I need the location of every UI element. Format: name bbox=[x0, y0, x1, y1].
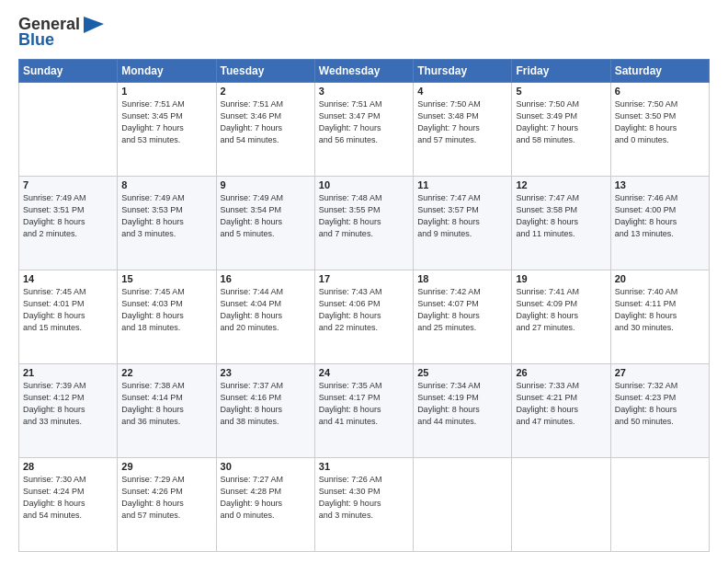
day-number: 24 bbox=[319, 367, 409, 378]
logo-blue-text: Blue bbox=[18, 30, 54, 50]
calendar-cell: 28Sunrise: 7:30 AM Sunset: 4:24 PM Dayli… bbox=[19, 458, 118, 552]
calendar-cell: 30Sunrise: 7:27 AM Sunset: 4:28 PM Dayli… bbox=[216, 458, 314, 552]
calendar-cell: 4Sunrise: 7:50 AM Sunset: 3:48 PM Daylig… bbox=[414, 83, 512, 177]
day-info: Sunrise: 7:50 AM Sunset: 3:48 PM Dayligh… bbox=[417, 98, 507, 146]
day-number: 1 bbox=[121, 86, 211, 97]
day-number: 15 bbox=[121, 273, 211, 284]
calendar-cell: 20Sunrise: 7:40 AM Sunset: 4:11 PM Dayli… bbox=[610, 270, 709, 364]
calendar-cell: 9Sunrise: 7:49 AM Sunset: 3:54 PM Daylig… bbox=[216, 177, 314, 270]
day-info: Sunrise: 7:44 AM Sunset: 4:04 PM Dayligh… bbox=[221, 286, 311, 334]
day-number: 6 bbox=[615, 86, 705, 97]
day-info: Sunrise: 7:50 AM Sunset: 3:49 PM Dayligh… bbox=[516, 98, 606, 146]
day-info: Sunrise: 7:45 AM Sunset: 4:03 PM Dayligh… bbox=[121, 286, 211, 334]
day-number: 26 bbox=[516, 367, 606, 378]
calendar-cell bbox=[512, 458, 610, 552]
calendar-cell: 6Sunrise: 7:50 AM Sunset: 3:50 PM Daylig… bbox=[610, 83, 709, 177]
day-number: 22 bbox=[121, 367, 211, 378]
day-info: Sunrise: 7:30 AM Sunset: 4:24 PM Dayligh… bbox=[23, 474, 113, 522]
calendar-cell: 29Sunrise: 7:29 AM Sunset: 4:26 PM Dayli… bbox=[118, 458, 216, 552]
calendar-cell: 21Sunrise: 7:39 AM Sunset: 4:12 PM Dayli… bbox=[19, 364, 118, 458]
logo-arrow-icon bbox=[84, 17, 104, 33]
day-info: Sunrise: 7:51 AM Sunset: 3:47 PM Dayligh… bbox=[319, 98, 409, 146]
day-number: 18 bbox=[417, 273, 507, 284]
calendar-cell: 14Sunrise: 7:45 AM Sunset: 4:01 PM Dayli… bbox=[19, 270, 118, 364]
calendar-cell bbox=[610, 458, 709, 552]
day-info: Sunrise: 7:49 AM Sunset: 3:54 PM Dayligh… bbox=[221, 192, 311, 240]
day-number: 28 bbox=[23, 461, 113, 472]
calendar-cell: 16Sunrise: 7:44 AM Sunset: 4:04 PM Dayli… bbox=[216, 270, 314, 364]
day-number: 11 bbox=[417, 179, 507, 190]
calendar-cell: 31Sunrise: 7:26 AM Sunset: 4:30 PM Dayli… bbox=[314, 458, 413, 552]
day-number: 13 bbox=[615, 179, 705, 190]
day-info: Sunrise: 7:34 AM Sunset: 4:19 PM Dayligh… bbox=[417, 380, 507, 428]
day-info: Sunrise: 7:50 AM Sunset: 3:50 PM Dayligh… bbox=[615, 98, 705, 146]
day-info: Sunrise: 7:40 AM Sunset: 4:11 PM Dayligh… bbox=[615, 286, 705, 334]
calendar-cell: 24Sunrise: 7:35 AM Sunset: 4:17 PM Dayli… bbox=[314, 364, 413, 458]
calendar-cell: 8Sunrise: 7:49 AM Sunset: 3:53 PM Daylig… bbox=[118, 177, 216, 270]
day-number: 2 bbox=[221, 86, 311, 97]
day-number: 21 bbox=[23, 367, 113, 378]
calendar-cell: 15Sunrise: 7:45 AM Sunset: 4:03 PM Dayli… bbox=[118, 270, 216, 364]
day-info: Sunrise: 7:26 AM Sunset: 4:30 PM Dayligh… bbox=[319, 474, 409, 522]
day-info: Sunrise: 7:29 AM Sunset: 4:26 PM Dayligh… bbox=[121, 474, 211, 522]
calendar-week-4: 21Sunrise: 7:39 AM Sunset: 4:12 PM Dayli… bbox=[19, 364, 710, 458]
calendar-header-row: SundayMondayTuesdayWednesdayThursdayFrid… bbox=[19, 60, 710, 83]
day-number: 7 bbox=[23, 179, 113, 190]
day-info: Sunrise: 7:39 AM Sunset: 4:12 PM Dayligh… bbox=[23, 380, 113, 428]
calendar-cell: 26Sunrise: 7:33 AM Sunset: 4:21 PM Dayli… bbox=[512, 364, 610, 458]
day-number: 9 bbox=[221, 179, 311, 190]
calendar-cell: 1Sunrise: 7:51 AM Sunset: 3:45 PM Daylig… bbox=[118, 83, 216, 177]
calendar-cell: 27Sunrise: 7:32 AM Sunset: 4:23 PM Dayli… bbox=[610, 364, 709, 458]
day-info: Sunrise: 7:49 AM Sunset: 3:53 PM Dayligh… bbox=[121, 192, 211, 240]
day-number: 16 bbox=[221, 273, 311, 284]
calendar-cell: 5Sunrise: 7:50 AM Sunset: 3:49 PM Daylig… bbox=[512, 83, 610, 177]
calendar-week-2: 7Sunrise: 7:49 AM Sunset: 3:51 PM Daylig… bbox=[19, 177, 710, 270]
calendar-header-wednesday: Wednesday bbox=[314, 60, 413, 83]
day-info: Sunrise: 7:42 AM Sunset: 4:07 PM Dayligh… bbox=[417, 286, 507, 334]
calendar-header-tuesday: Tuesday bbox=[216, 60, 314, 83]
day-info: Sunrise: 7:51 AM Sunset: 3:46 PM Dayligh… bbox=[221, 98, 311, 146]
day-info: Sunrise: 7:38 AM Sunset: 4:14 PM Dayligh… bbox=[121, 380, 211, 428]
day-info: Sunrise: 7:41 AM Sunset: 4:09 PM Dayligh… bbox=[516, 286, 606, 334]
calendar-week-1: 1Sunrise: 7:51 AM Sunset: 3:45 PM Daylig… bbox=[19, 83, 710, 177]
calendar-cell: 19Sunrise: 7:41 AM Sunset: 4:09 PM Dayli… bbox=[512, 270, 610, 364]
calendar-table: SundayMondayTuesdayWednesdayThursdayFrid… bbox=[18, 59, 710, 552]
day-number: 17 bbox=[319, 273, 409, 284]
header: General Blue bbox=[18, 15, 710, 50]
day-number: 12 bbox=[516, 179, 606, 190]
day-number: 19 bbox=[516, 273, 606, 284]
day-info: Sunrise: 7:27 AM Sunset: 4:28 PM Dayligh… bbox=[221, 474, 311, 522]
day-number: 25 bbox=[417, 367, 507, 378]
logo: General Blue bbox=[18, 15, 104, 50]
day-number: 8 bbox=[121, 179, 211, 190]
day-number: 20 bbox=[615, 273, 705, 284]
day-number: 23 bbox=[221, 367, 311, 378]
day-info: Sunrise: 7:32 AM Sunset: 4:23 PM Dayligh… bbox=[615, 380, 705, 428]
day-number: 31 bbox=[319, 461, 409, 472]
calendar-cell: 3Sunrise: 7:51 AM Sunset: 3:47 PM Daylig… bbox=[314, 83, 413, 177]
calendar-cell bbox=[19, 83, 118, 177]
page: General Blue SundayMondayTuesdayWednesda… bbox=[0, 0, 728, 563]
calendar-cell: 2Sunrise: 7:51 AM Sunset: 3:46 PM Daylig… bbox=[216, 83, 314, 177]
day-number: 30 bbox=[221, 461, 311, 472]
calendar-cell: 13Sunrise: 7:46 AM Sunset: 4:00 PM Dayli… bbox=[610, 177, 709, 270]
calendar-cell: 10Sunrise: 7:48 AM Sunset: 3:55 PM Dayli… bbox=[314, 177, 413, 270]
day-info: Sunrise: 7:48 AM Sunset: 3:55 PM Dayligh… bbox=[319, 192, 409, 240]
day-info: Sunrise: 7:51 AM Sunset: 3:45 PM Dayligh… bbox=[121, 98, 211, 146]
day-info: Sunrise: 7:45 AM Sunset: 4:01 PM Dayligh… bbox=[23, 286, 113, 334]
calendar-week-3: 14Sunrise: 7:45 AM Sunset: 4:01 PM Dayli… bbox=[19, 270, 710, 364]
day-number: 4 bbox=[417, 86, 507, 97]
day-number: 29 bbox=[121, 461, 211, 472]
day-info: Sunrise: 7:33 AM Sunset: 4:21 PM Dayligh… bbox=[516, 380, 606, 428]
day-number: 10 bbox=[319, 179, 409, 190]
calendar-header-monday: Monday bbox=[118, 60, 216, 83]
calendar-header-sunday: Sunday bbox=[19, 60, 118, 83]
day-number: 27 bbox=[615, 367, 705, 378]
day-number: 5 bbox=[516, 86, 606, 97]
day-number: 3 bbox=[319, 86, 409, 97]
day-info: Sunrise: 7:46 AM Sunset: 4:00 PM Dayligh… bbox=[615, 192, 705, 240]
calendar-cell: 17Sunrise: 7:43 AM Sunset: 4:06 PM Dayli… bbox=[314, 270, 413, 364]
svg-marker-0 bbox=[84, 17, 104, 33]
calendar-cell: 12Sunrise: 7:47 AM Sunset: 3:58 PM Dayli… bbox=[512, 177, 610, 270]
calendar-cell: 25Sunrise: 7:34 AM Sunset: 4:19 PM Dayli… bbox=[414, 364, 512, 458]
